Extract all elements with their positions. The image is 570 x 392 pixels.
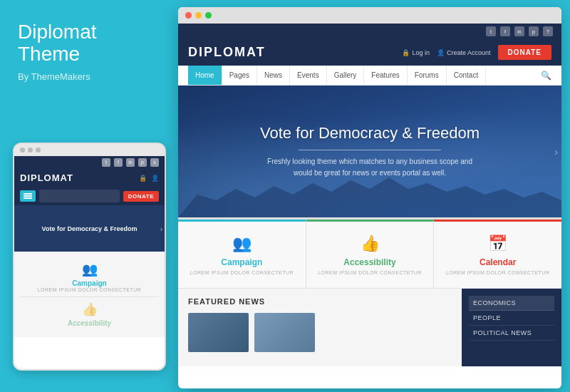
theme-author: By ThemeMakers (18, 71, 157, 82)
nav-item-events[interactable]: Events (290, 66, 327, 85)
feature-card-campaign: 👥 Campaign LOREM IPSUM DOLOR CONSECTETUR (178, 220, 306, 288)
browser-mockup: t f in p ? DIPLOMAT 🔒 Log in 👤 Create Ac… (178, 7, 561, 388)
featured-news-section: FEATURED NEWS (178, 289, 462, 366)
theme-title: Diplomat Theme By ThemeMakers (18, 21, 157, 82)
hero-divider (299, 150, 441, 150)
campaign-icon: 👥 (185, 234, 299, 253)
user-icon: 👤 (437, 49, 445, 56)
news-thumb-1[interactable] (188, 313, 249, 352)
site-nav-items: Home Pages News Events Gallery Features … (188, 66, 486, 85)
accessibility-sub: LOREM IPSUM DOLOR CONSECTETUR (314, 270, 427, 275)
category-people[interactable]: PEOPLE (469, 311, 554, 326)
accessibility-icon: 👍 (314, 234, 427, 253)
feature-card-accessibility: 👍 Accessibility LOREM IPSUM DOLOR CONSEC… (306, 220, 435, 288)
mobile-nav-bar: DIPLOMAT 🔒 👤 (14, 169, 165, 187)
calendar-sub: LOREM IPSUM DOLOR CONSECTETUR (441, 270, 554, 275)
nav-item-gallery[interactable]: Gallery (327, 66, 365, 85)
hero-subtitle: Freshly looking theme which matches to a… (260, 156, 480, 179)
site-extra-icon[interactable]: ? (543, 26, 553, 36)
site-logo: DIPLOMAT (188, 45, 266, 60)
calendar-icon: 📅 (441, 234, 554, 253)
site-features: 👥 Campaign LOREM IPSUM DOLOR CONSECTETUR… (178, 217, 561, 288)
calendar-title: Calendar (441, 257, 554, 267)
nav-item-home[interactable]: Home (188, 66, 222, 85)
nav-item-contact[interactable]: Contact (447, 66, 486, 85)
browser-dots-bar (178, 7, 561, 24)
mobile-hero-arrow: › (160, 225, 162, 232)
site-top-bar: t f in p ? (178, 24, 561, 39)
site-hero: Vote for Democracy & Freedom Freshly loo… (178, 86, 561, 217)
mobile-dot-2 (28, 148, 33, 153)
category-political[interactable]: POLITICAL NEWS (469, 326, 554, 341)
mobile-campaign-title: Campaign (23, 279, 156, 287)
mobile-dot-3 (36, 148, 41, 153)
accessibility-title: Accessibility (314, 257, 427, 267)
mobile-dots-bar (14, 144, 165, 156)
site-header-right: 🔒 Log in 👤 Create Account DONATE (402, 45, 551, 60)
site-create-account-link[interactable]: 👤 Create Account (437, 49, 491, 56)
mobile-share-icon: s (150, 158, 159, 167)
site-nav: Home Pages News Events Gallery Features … (178, 66, 561, 86)
news-thumb-2[interactable] (254, 313, 315, 352)
mobile-campaign-sub: LOREM IPSUM DOLOR CONSECTETUR (23, 287, 156, 292)
nav-item-pages[interactable]: Pages (222, 66, 257, 85)
campaign-title: Campaign (185, 257, 299, 267)
mobile-top-bar: t f in p s (14, 156, 165, 169)
mobile-linkedin-icon: in (126, 158, 135, 167)
site-facebook-icon[interactable]: f (500, 26, 510, 36)
featured-news-title: FEATURED NEWS (188, 297, 452, 306)
mobile-campaign-card: 👥 Campaign LOREM IPSUM DOLOR CONSECTETUR (20, 257, 159, 297)
mobile-hero-text: Vote for Democracy & Freedom (42, 225, 138, 232)
lock-icon: 🔒 (402, 49, 410, 56)
mobile-pinterest-icon: p (138, 158, 147, 167)
browser-dot-yellow (195, 12, 202, 19)
mobile-campaign-icon: 👥 (23, 262, 156, 277)
hero-title: Vote for Democracy & Freedom (260, 124, 480, 143)
nav-item-features[interactable]: Features (364, 66, 407, 85)
mobile-accessibility-card: 👍 Accessibility (20, 297, 159, 331)
site-bottom: FEATURED NEWS ECONOMICS PEOPLE POLITICAL… (178, 288, 561, 366)
theme-name: Diplomat Theme (18, 21, 157, 66)
news-categories: ECONOMICS PEOPLE POLITICAL NEWS (462, 289, 561, 366)
site-header-main: DIPLOMAT 🔒 Log in 👤 Create Account DONAT… (178, 39, 561, 66)
mobile-dot-1 (20, 148, 25, 153)
mobile-hamburger-icon[interactable] (20, 190, 36, 202)
mobile-donate-button[interactable]: DONATE (123, 191, 159, 202)
campaign-sub: LOREM IPSUM DOLOR CONSECTETUR (185, 270, 299, 275)
mobile-accessibility-title: Accessibility (23, 319, 156, 327)
site-donate-button[interactable]: DONATE (498, 45, 551, 60)
mobile-logo: DIPLOMAT (20, 172, 73, 183)
category-economics[interactable]: ECONOMICS (469, 296, 554, 311)
browser-dot-red (185, 12, 192, 19)
hero-next-arrow[interactable]: › (554, 146, 558, 158)
feature-card-calendar: 📅 Calendar LOREM IPSUM DOLOR CONSECTETUR (434, 220, 561, 288)
mobile-accessibility-icon: 👍 (23, 301, 156, 317)
nav-item-news[interactable]: News (257, 66, 290, 85)
mobile-content: 👥 Campaign LOREM IPSUM DOLOR CONSECTETUR… (14, 252, 165, 337)
mobile-hero: Vote for Democracy & Freedom › (14, 205, 165, 252)
mobile-facebook-icon: f (114, 158, 123, 167)
site-twitter-icon[interactable]: t (486, 26, 496, 36)
browser-dot-green (205, 12, 212, 19)
news-images (188, 313, 452, 352)
mobile-nav-icons: 🔒 👤 (139, 175, 159, 182)
hero-content: Vote for Democracy & Freedom Freshly loo… (260, 124, 480, 179)
mobile-mockup: t f in p s DIPLOMAT 🔒 👤 DONATE Vote for … (13, 143, 166, 371)
mobile-twitter-icon: t (102, 158, 110, 167)
mobile-user-icon: 👤 (151, 175, 159, 182)
mobile-lock-icon: 🔒 (139, 175, 147, 182)
site-linkedin-icon[interactable]: in (514, 26, 524, 36)
site-pinterest-icon[interactable]: p (529, 26, 539, 36)
left-panel: Diplomat Theme By ThemeMakers t f in p s… (0, 0, 175, 392)
mobile-search-bar (39, 190, 120, 202)
nav-item-forums[interactable]: Forums (408, 66, 447, 85)
site-search-icon[interactable]: 🔍 (541, 71, 551, 81)
site-login-link[interactable]: 🔒 Log in (402, 49, 430, 56)
mobile-search-donate-bar: DONATE (14, 187, 165, 205)
